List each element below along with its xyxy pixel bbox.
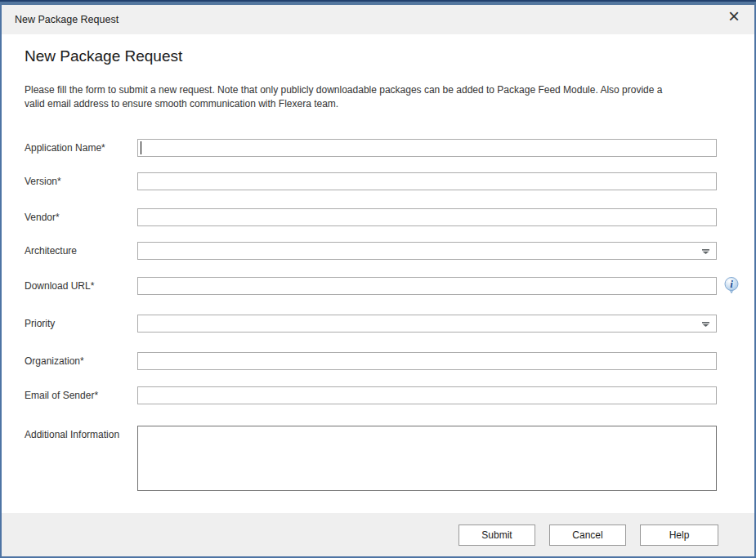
info-icon[interactable]: i — [722, 276, 740, 296]
close-icon[interactable]: × — [722, 4, 746, 29]
title-bar: New Package Request — [2, 5, 754, 34]
chevron-down-icon — [702, 318, 709, 329]
chevron-down-icon — [702, 245, 709, 257]
application-name-input[interactable] — [137, 139, 717, 157]
form-row-organization: Organization* — [0, 352, 756, 370]
organization-label: Organization* — [25, 352, 84, 370]
svg-text:i: i — [730, 278, 733, 290]
submit-button[interactable]: Submit — [459, 525, 535, 546]
version-input[interactable] — [137, 172, 717, 190]
version-label: Version* — [25, 172, 61, 190]
page-title: New Package Request — [25, 47, 182, 65]
form-row-vendor: Vendor* — [0, 208, 756, 226]
page-description: Please fill the form to submit a new req… — [25, 83, 744, 111]
description-line-2: valid email address to ensure smooth com… — [25, 98, 338, 109]
dialog-window: New Package Request × New Package Reques… — [0, 0, 756, 558]
application-name-label: Application Name* — [25, 139, 105, 157]
additional-information-label: Additional Information — [25, 426, 119, 444]
priority-dropdown[interactable] — [137, 315, 717, 333]
download-url-input[interactable] — [137, 277, 717, 295]
vendor-input[interactable] — [137, 208, 717, 226]
form-row-architecture: Architecture — [0, 242, 756, 260]
form-row-application-name: Application Name* — [0, 139, 756, 157]
priority-label: Priority — [25, 315, 55, 333]
email-of-sender-input[interactable] — [137, 386, 717, 404]
help-button[interactable]: Help — [640, 525, 718, 546]
cancel-button[interactable]: Cancel — [549, 525, 626, 546]
additional-information-textarea[interactable] — [137, 426, 717, 491]
organization-input[interactable] — [137, 352, 717, 370]
vendor-label: Vendor* — [25, 208, 60, 226]
window-title: New Package Request — [15, 14, 119, 25]
footer-bar: Submit Cancel Help — [2, 513, 754, 556]
form-row-priority: Priority — [0, 315, 756, 333]
description-line-1: Please fill the form to submit a new req… — [25, 84, 662, 96]
download-url-label: Download URL* — [25, 277, 94, 295]
form-row-email: Email of Sender* — [0, 386, 756, 404]
form-row-additional-info: Additional Information — [0, 426, 756, 491]
email-of-sender-label: Email of Sender* — [25, 386, 98, 404]
form-row-download-url: Download URL* i — [0, 277, 756, 295]
text-cursor — [141, 141, 141, 154]
architecture-dropdown[interactable] — [137, 242, 717, 260]
architecture-label: Architecture — [25, 242, 77, 260]
form-row-version: Version* — [0, 172, 756, 190]
